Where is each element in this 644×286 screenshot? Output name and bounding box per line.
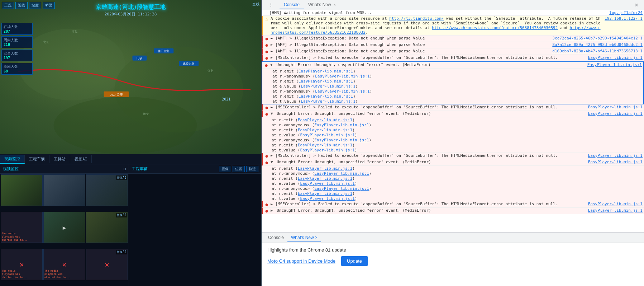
tab-vehicles[interactable]: 工程车辆 (25, 155, 49, 163)
tab-video-ai[interactable]: 视频AI (70, 155, 92, 163)
video-cell-8[interactable]: ✕ The mediaplayback wasaborted due to... (43, 249, 85, 280)
log-mse-4-source[interactable]: EasyPlayer-lib.min.js:1 (588, 202, 643, 206)
map-btn-slope[interactable]: 坡度 (29, 2, 41, 9)
svg-text:保定: 保定 (207, 69, 213, 72)
error-icon-10: ● (264, 202, 269, 207)
stack-3-6-link[interactable]: EasyPlayer-lib.min.js:1 (298, 191, 352, 196)
log-cookie-source[interactable]: 192.168.1.122/:1 (605, 16, 643, 21)
stack-2-6-link[interactable]: EasyPlayer-lib.min.js:1 (298, 143, 352, 147)
tab-whats-new[interactable]: What's New × (304, 1, 340, 9)
stack-2-7-link[interactable]: EasyPlayer-lib.min.js:1 (300, 148, 354, 153)
log-uncaught-3-source[interactable]: EasyPlayer-lib.min.js:1 (588, 160, 643, 164)
video-cell-3[interactable]: 摄像AI (86, 174, 128, 206)
video-cell-7[interactable]: ✕ The mediaplayback wasaborted due to... (1, 249, 43, 280)
stack-2-4-link[interactable]: EasyPlayer-lib.min.js:1 (300, 133, 354, 137)
stack-1-6-link[interactable]: EasyPlayer-lib.min.js:1 (299, 94, 353, 99)
stack-2-1-link[interactable]: EasyPlayer-lib.min.js:1 (298, 118, 352, 122)
tab-mixing-station[interactable]: 工拌站 (49, 155, 70, 163)
video-cell-2[interactable] (43, 174, 85, 206)
log-mse-1-source[interactable]: EasyPlayer-lib.min.js:1 (588, 55, 643, 60)
stack-2-5-link[interactable]: EasyPlayer-lib.min.js:1 (314, 138, 369, 142)
log-hmr: [HMR] Waiting for update signal from WDS… (262, 10, 644, 16)
video-play-btn[interactable]: ▶ (63, 224, 66, 231)
error-icon-2: ● (264, 43, 269, 48)
stack-2-5: at r.<anonymous> (EasyPlayer-lib.min.js:… (262, 137, 644, 142)
error-icon-4: ● (264, 56, 269, 61)
video-cell-9[interactable]: ✕ 摄像AI (86, 249, 128, 280)
stack-3-3-link[interactable]: EasyPlayer-lib.min.js:1 (298, 176, 352, 181)
bottom-tab-whats-new[interactable]: What's New × (287, 234, 321, 242)
vehicle-btn-location[interactable]: 位置 (233, 166, 245, 172)
stack-3-4: at e.value (EasyPlayer-lib.min.js:1) (262, 181, 644, 186)
stack-1-5-link[interactable]: EasyPlayer-lib.min.js:1 (315, 89, 369, 94)
stack-3-4-link[interactable]: EasyPlayer-lib.min.js:1 (300, 181, 354, 186)
log-uncaught-2-text: ▼ Uncaught Error: Uncaught, unspecified … (271, 111, 585, 116)
stack-3-7-link[interactable]: EasyPlayer-lib.min.js:1 (300, 196, 354, 201)
stat-onsite-value: 287 (4, 29, 30, 33)
stat-weekly-value: 210 (4, 43, 30, 47)
close-devtools-btn[interactable]: × (632, 0, 641, 10)
log-uncaught-1-source[interactable]: EasyPlayer-lib.min.js:1 (587, 62, 642, 67)
vehicle-btn-track[interactable]: 轨迹 (246, 166, 258, 172)
stack-1-2-link[interactable]: EasyPlayer-lib.min.js:1 (315, 74, 369, 79)
video-cell-6[interactable]: 摄像AI (86, 212, 128, 243)
log-hmr-text: [HMR] Waiting for update signal from WDS… (269, 10, 606, 15)
error-icon-11: ● (264, 208, 269, 214)
video-grid: 摄像AI The mediaplayback wasaborted due to… (0, 174, 129, 286)
log-uncaught-1: ● ▼ Uncaught Error: Uncaught, unspecifie… (262, 62, 643, 69)
log-uncaught-2-source[interactable]: EasyPlayer-lib.min.js:1 (588, 111, 643, 116)
video-cell-1[interactable] (1, 174, 43, 206)
left-panel: 76.0 公里 比较 施工企业 比较企业 2021 北京 河北 保定 雄安 京雄… (0, 0, 262, 286)
stack-3-5-link[interactable]: EasyPlayer-lib.min.js:1 (314, 186, 369, 191)
log-mse-3-text: ► [MSEController] > Failed to execute 'a… (271, 153, 585, 158)
log-hmr-source[interactable]: log.js?1afd:24 (609, 10, 643, 15)
error-icon-9: ● (264, 160, 269, 165)
stack-3-5: at r.<anonymous> (EasyPlayer-lib.min.js:… (262, 186, 644, 191)
video-cell-4-error: The mediaplayback wasaborted due to... (2, 232, 28, 242)
map-toolbar: 工况 近线 坡度 桥梁 (2, 2, 55, 9)
vehicle-btn-camera[interactable]: 摄像 (219, 166, 231, 172)
video-expand-btn[interactable]: ⊡ (124, 167, 126, 171)
log-amf-1-source[interactable]: 3cc72ca4-d265-46b7-b290-f54945404c12:1 (552, 36, 643, 41)
svg-text:2021: 2021 (222, 97, 230, 101)
stack-1-7-link[interactable]: EasyPlayer-lib.min.js:1 (301, 99, 355, 104)
svg-text:比较: 比较 (137, 57, 142, 60)
whats-new-close-icon[interactable]: × (334, 3, 336, 7)
stack-3-1-link[interactable]: EasyPlayer-lib.min.js:1 (298, 166, 352, 171)
log-mse-3-source[interactable]: EasyPlayer-lib.min.js:1 (588, 153, 643, 158)
stack-1-1-link[interactable]: EasyPlayer-lib.min.js:1 (299, 69, 353, 74)
svg-text:河北: 河北 (72, 30, 77, 33)
log-mse-2-text: ► [MSEController] > Failed to execute 'a… (271, 105, 585, 109)
personnel-stats (129, 174, 261, 178)
moto-g4-link[interactable]: Moto G4 support in Device Mode (267, 258, 335, 264)
log-amf-2-source[interactable]: 8a7a12ce-889a-4275-998d-eb0d8468ddc2:1 (552, 42, 643, 47)
stack-1-1: at r.emit (EasyPlayer-lib.min.js:1) (262, 69, 643, 74)
tab-console[interactable]: Console (280, 1, 304, 9)
stack-2-2-link[interactable]: EasyPlayer-lib.min.js:1 (314, 123, 369, 127)
map-btn-close[interactable]: 近线 (15, 2, 28, 9)
map-btn-bridge[interactable]: 桥梁 (43, 2, 55, 9)
log-amf-3-text: ► [AMF] > IllegalStateException: Data no… (271, 49, 549, 53)
video-cell-5[interactable]: ▶ (43, 212, 85, 243)
stack-2-7: at t.value (EasyPlayer-lib.min.js:1) (262, 147, 644, 153)
map-btn-overview[interactable]: 工况 (2, 2, 14, 9)
bottom-tab-console[interactable]: Console (264, 234, 287, 242)
tab-video-monitor[interactable]: 视频监控 (0, 155, 25, 164)
stack-3-1: at r.emit (EasyPlayer-lib.min.js:1) (262, 166, 644, 171)
vehicle-section: 工程车辆 摄像 位置 轨迹 (129, 164, 261, 286)
video-cell-4[interactable]: The mediaplayback wasaborted due to... (1, 212, 43, 243)
log-uncaught-4-source[interactable]: EasyPlayer-lib.min.js:1 (588, 208, 643, 213)
whats-new-tab-close[interactable]: × (315, 235, 318, 240)
update-button[interactable]: Update (341, 256, 368, 266)
console-output[interactable]: [HMR] Waiting for update signal from WDS… (262, 10, 644, 232)
stack-2-3-link[interactable]: EasyPlayer-lib.min.js:1 (298, 128, 352, 132)
stack-1-4-link[interactable]: EasyPlayer-lib.min.js:1 (301, 84, 355, 89)
tianditu-link[interactable]: http://t3.tianditu.com/ (389, 16, 444, 21)
stack-1-3-link[interactable]: EasyPlayer-lib.min.js:1 (299, 79, 353, 84)
stack-3-2-link[interactable]: EasyPlayer-lib.min.js:1 (314, 171, 369, 176)
log-amf-2-text: ► [AMF] > IllegalStateException: Data no… (271, 42, 549, 47)
log-mse-2-source[interactable]: EasyPlayer-lib.min.js:1 (588, 105, 643, 109)
stack-2-3: at r.emit (EasyPlayer-lib.min.js:1) (262, 127, 644, 132)
chromestatus-link-1[interactable]: https://www.chromestatus.com/feature/508… (432, 25, 558, 30)
log-amf-3-source[interactable]: d169ebb7-828a-4b47-bf46-11bd73656713:1 (552, 49, 643, 53)
